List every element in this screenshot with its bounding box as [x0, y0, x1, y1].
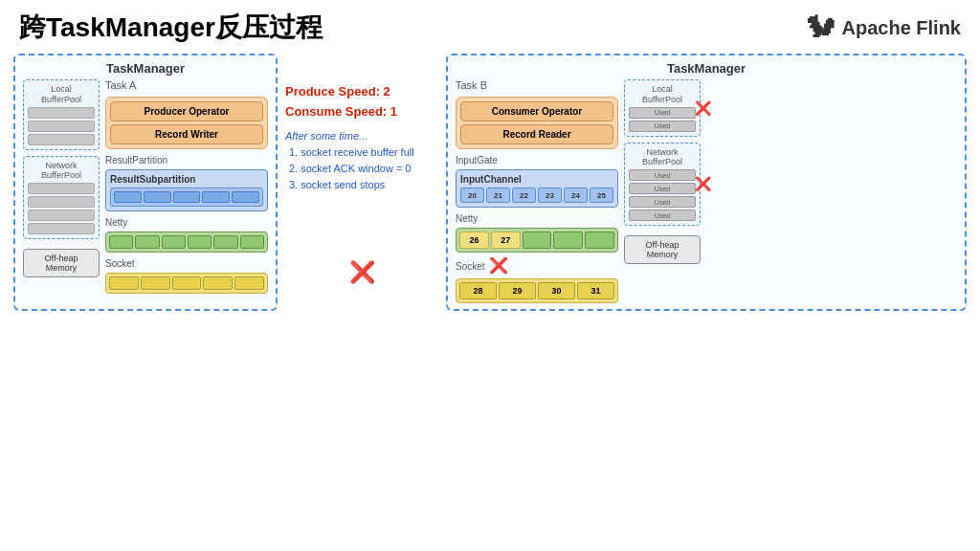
left-socket-slot-5: [234, 276, 264, 290]
ch-slot-25: 25: [590, 187, 613, 203]
left-net-slot-3: [28, 209, 95, 221]
right-pools-container: LocalBufferPool Used Used ❌ NetworkBuffe…: [624, 79, 701, 303]
netty-empty-1: [523, 231, 552, 249]
right-taskmanager: TaskManager Task B Consumer Operator Rec…: [446, 54, 967, 311]
input-channel-box: InputChannel 20 21 22 23 24 25: [456, 169, 618, 208]
after-item-3: 3. socket send stops: [289, 178, 438, 192]
task-b-label: Task B: [456, 79, 618, 91]
producer-operator: Producer Operator: [110, 101, 263, 121]
sub-slot-3: [173, 191, 201, 203]
speed-text: Produce Speed: 2 Consume Speed: 1: [285, 82, 438, 122]
right-net-used-3: Used: [629, 196, 696, 208]
network-pool-blocked-icon: ❌: [695, 176, 711, 191]
right-tm-label: TaskManager: [456, 61, 957, 76]
result-partition-label: ResultPartition: [105, 155, 268, 165]
left-local-buffer-pool: LocalBufferPool: [23, 79, 100, 150]
record-reader: Record Reader: [460, 124, 613, 144]
left-netty-slot-5: [213, 235, 237, 249]
right-offheap: Off-heap Memory: [624, 235, 701, 264]
left-netty-slot-6: [240, 235, 264, 249]
left-offheap: Off-heap Memory: [23, 249, 100, 277]
right-net-used-4: Used: [629, 209, 696, 221]
left-socket-label: Socket: [105, 258, 268, 269]
task-a-operators: Producer Operator Record Writer: [105, 97, 268, 149]
left-socket-slot-4: [203, 276, 233, 290]
right-local-used-1: Used: [629, 107, 696, 119]
ch-slot-20: 20: [460, 187, 484, 203]
right-local-pool-slots: Used Used: [629, 107, 696, 132]
left-netty-label: Netty: [105, 217, 268, 228]
left-netty-slot-2: [135, 235, 159, 249]
right-netty-label: Netty: [456, 213, 618, 224]
left-tm-label: TaskManager: [23, 61, 268, 76]
left-taskmanager: TaskManager LocalBufferPool NetworkBuffe…: [13, 54, 278, 311]
socket-num-31: 31: [577, 282, 614, 299]
right-net-used-1: Used: [629, 169, 696, 181]
after-item-2: 2. socket ACK window = 0: [289, 162, 438, 176]
record-writer: Record Writer: [110, 124, 263, 144]
left-local-pool-label: LocalBufferPool: [28, 84, 95, 105]
flink-logo-icon: 🐿: [806, 11, 835, 44]
left-netty-slot-4: [188, 235, 212, 249]
netty-empty-2: [553, 231, 583, 249]
left-netty-bar: [105, 231, 268, 253]
left-net-slot-2: [28, 196, 95, 208]
left-pool-slot-2: [28, 121, 95, 132]
ch-slot-21: 21: [486, 187, 510, 203]
left-net-slot-1: [28, 183, 95, 194]
subpartition-slots: [110, 187, 263, 207]
after-item-1: 1. socket receive buffer full: [289, 145, 438, 160]
left-net-slot-4: [28, 223, 95, 234]
middle-annotation: Produce Speed: 2 Consume Speed: 1 After …: [285, 54, 438, 311]
right-network-buffer-pool: NetworkBufferPool Used Used Used Used ❌: [624, 143, 701, 227]
socket-num-28: 28: [459, 282, 497, 299]
task-a-label: Task A: [105, 79, 268, 91]
right-network-pool-label: NetworkBufferPool: [629, 147, 696, 168]
left-network-pool-label: NetworkBufferPool: [28, 161, 95, 182]
socket-blocked-icon: ❌: [489, 256, 508, 275]
local-pool-blocked-icon: ❌: [695, 100, 711, 116]
left-pools-container: LocalBufferPool NetworkBufferPool: [23, 79, 100, 294]
netty-num-26: 26: [459, 231, 489, 249]
right-socket-bar: 28 29 30 31: [456, 278, 618, 303]
result-subpartition-label: ResultSubpartition: [110, 174, 263, 185]
right-local-pool-label: LocalBufferPool: [629, 84, 696, 105]
task-b-operators: Consumer Operator Record Reader: [456, 97, 618, 149]
sub-slot-4: [202, 191, 230, 203]
after-text: After some time... 1. socket receive buf…: [285, 130, 438, 195]
flink-logo-text: Apache Flink: [842, 17, 961, 39]
right-local-used-2: Used: [629, 121, 696, 132]
input-gate-label: InputGate: [456, 155, 618, 165]
left-pool-slot-1: [28, 107, 95, 119]
netty-num-27: 27: [491, 231, 521, 249]
channel-slots: 20 21 22 23 24 25: [460, 187, 613, 203]
left-socket-bar: [105, 273, 268, 294]
left-netty-slot-1: [109, 235, 133, 249]
right-network-pool-slots: Used Used Used Used: [629, 169, 696, 221]
ch-slot-23: 23: [538, 187, 562, 203]
socket-num-29: 29: [499, 282, 536, 299]
page-title: 跨TaskManager反压过程: [19, 10, 323, 46]
socket-num-30: 30: [538, 282, 575, 299]
consume-speed-value: 1: [390, 104, 397, 119]
task-a-area: Task A Producer Operator Record Writer R…: [105, 79, 268, 294]
right-net-used-2: Used: [629, 183, 696, 194]
left-netty-slot-3: [162, 235, 186, 249]
left-pool-slot-3: [28, 134, 95, 145]
sub-slot-5: [232, 191, 259, 203]
connection-blocked-icon: ❌: [349, 260, 375, 284]
produce-speed-label: Produce Speed:: [285, 84, 380, 99]
left-socket-slot-3: [172, 276, 202, 290]
after-time: After some time...: [285, 130, 438, 142]
right-socket-label: Socket: [456, 261, 485, 272]
left-socket-slot-2: [141, 276, 170, 290]
sub-slot-2: [144, 191, 171, 203]
left-socket-slot-1: [109, 276, 139, 290]
flink-logo: 🐿 Apache Flink: [806, 11, 961, 44]
ch-slot-22: 22: [512, 187, 536, 203]
right-local-buffer-pool: LocalBufferPool Used Used ❌: [624, 79, 701, 137]
consume-speed-label: Consume Speed:: [285, 104, 387, 119]
produce-speed-value: 2: [384, 84, 390, 99]
left-network-buffer-pool: NetworkBufferPool: [23, 156, 100, 240]
sub-slot-1: [114, 191, 142, 203]
